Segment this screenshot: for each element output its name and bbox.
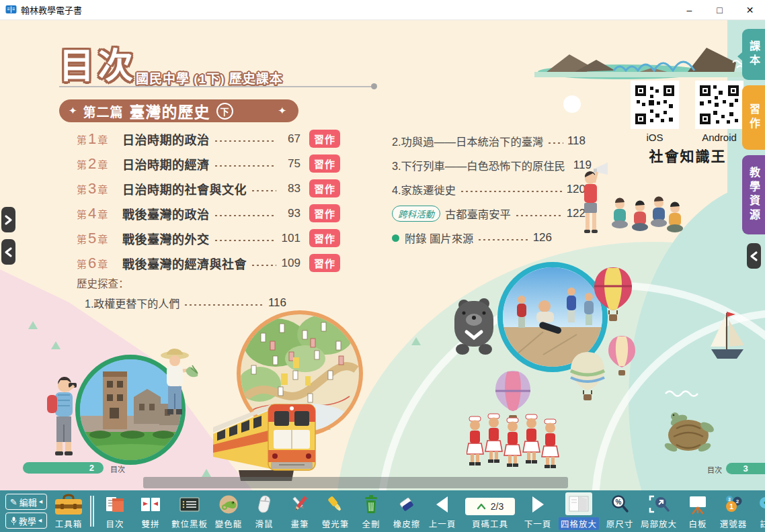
toc-chapter-row[interactable]: 第3章 日治時期的社會與文化 83 習作 [77,176,340,201]
toolbar-divider [90,496,94,527]
toc-chapter-row[interactable]: 第5章 戰後臺灣的外交 101 習作 [77,226,340,251]
workbook-badge-button[interactable]: 習作 [309,154,340,173]
right-toc-list: 2.功與過——日本統治下的臺灣 118 3.下行列車——白色恐怖下的原住民 11… [392,129,586,250]
toolbar-item-whiteboard[interactable]: 白板 [683,492,713,530]
toolbar-item-blackboard[interactable]: 數位黑板 [171,492,208,530]
toolbar-item-toc[interactable]: 目次 [100,492,130,530]
toc-entry-row[interactable]: 1.政權更替下的人們 116 [77,295,286,311]
toolbar-item-highlighter[interactable]: 螢光筆 [321,492,350,530]
workbook-badge-button[interactable]: 習作 [309,204,340,222]
horizontal-scrollbar[interactable] [143,477,568,488]
qr-code-panel: iOS Android [629,81,748,143]
train-illustration [212,391,321,484]
workbook-badge-button[interactable]: 習作 [309,229,340,247]
tab-textbook[interactable]: 課本 [742,29,765,80]
chapter-number: 第4章 [77,205,122,222]
toolbox-button[interactable]: 工具箱 [53,492,84,530]
hot-air-balloon [568,351,607,404]
window-titlebar: 翰林教學電子書 – □ ✕ [0,0,765,20]
toolbar-item-number-picker[interactable]: 321 選號器 [719,492,748,530]
chapter-number: 第1章 [77,130,122,148]
toc-entry-row[interactable]: 2.功與過——日本統治下的臺灣 118 [392,129,586,153]
chapter-page: 67 [280,132,300,146]
toolbar-item-pen[interactable]: 畫筆 [285,492,315,530]
sitting-people-illustration [610,189,683,238]
toc-chapter-row[interactable]: 第2章 日治時期的經濟 75 習作 [77,151,340,176]
page-indicator[interactable]: 2/3 [465,498,515,515]
qr-label-android: Android [702,132,737,143]
trash-icon [362,494,380,515]
megaphone-person-illustration [575,163,610,238]
toc-icon [105,494,125,515]
entry-text: 1.政權更替下的人們 [85,295,179,311]
farmer-illustration [152,347,200,423]
whiteboard-icon [688,494,708,515]
coast-bridge-illustration [534,37,743,85]
qr-code-android [695,81,743,129]
minimize-button[interactable]: – [674,0,704,19]
explore-heading: 歷史探查： [77,275,286,290]
cross-activity-row[interactable]: 跨科活動 古都臺南安平 122 [392,202,586,226]
panel-expand-button[interactable] [1,207,15,232]
svg-text:%: % [616,498,622,506]
headline-rule-dot [371,83,377,89]
toolbar-item-mouse[interactable]: 滑鼠 [249,492,279,530]
volume-badge: 下 [216,103,233,120]
maximize-button[interactable]: □ [704,0,735,19]
toc-chapter-row[interactable]: 第1章 日治時期的政治 67 習作 [77,126,340,151]
prev-page-icon [434,494,451,515]
section-banner: ✦ 第二篇 臺灣的歷史 下 ✦ [59,99,298,122]
toolbar-item-dual-page[interactable]: 雙拼 [136,492,165,530]
panel-collapse-button[interactable] [1,239,15,265]
entry-page: 116 [268,296,286,310]
side-panel-collapse-button[interactable] [747,243,761,269]
deco-triangle [411,337,421,345]
toolbox-icon [53,494,84,515]
toolbar-item-annotation[interactable]: 註釋 [754,492,765,530]
workbook-badge-button[interactable]: 習作 [309,179,340,197]
toc-chapter-row[interactable]: 第4章 戰後臺灣的政治 93 習作 [77,201,340,226]
dot-leader [214,213,276,218]
toolbar-item-delete-all[interactable]: 全刪 [356,492,386,530]
bullet-dot-icon [392,234,399,242]
appendix-row[interactable]: 附錄 圖片來源 126 [392,226,552,250]
chapter-number: 第3章 [77,180,122,197]
sea-turtle-illustration [659,408,718,458]
toolbar-item-chameleon[interactable]: 變色龍 [214,492,243,530]
toolbar-item-original-size[interactable]: % 原尺寸 [605,492,635,530]
workbook-badge-button[interactable]: 習作 [309,254,340,272]
toc-entry-row[interactable]: 3.下行列車——白色恐怖下的原住民 119 [392,153,586,177]
toolbar-item-quad-zoom[interactable]: 四格放大 [559,492,599,530]
chapter-title: 戰後臺灣的經濟與社會 [122,255,247,272]
toc-entry-row[interactable]: 4.家族遷徙史 120 [392,177,586,202]
chapter-title: 戰後臺灣的外交 [122,230,210,247]
chapter-page: 101 [280,232,300,245]
annotation-icon [758,494,765,515]
teach-mode-button[interactable]: 教學 ◀ [5,513,47,529]
toolbar-item-prev-page[interactable]: 上一頁 [428,492,457,530]
toolbar-item-next-page[interactable]: 下一頁 [523,492,553,530]
toolbar-item-eraser[interactable]: 橡皮擦 [392,492,421,530]
dual-page-icon [140,494,161,515]
dot-leader [214,163,276,169]
section-title: 臺灣的歷史 [130,99,210,122]
chapter-title: 戰後臺灣的政治 [122,205,210,222]
deco-triangle [28,321,38,329]
page-title: 目次 [59,38,137,88]
sailboat-illustration [706,309,748,368]
tab-workbook[interactable]: 習作 [742,85,765,150]
toc-chapter-row[interactable]: 第6章 戰後臺灣的經濟與社會 109 習作 [77,251,340,275]
toolbar-item-page-tool[interactable]: 2/3 頁碼工具 [463,492,517,530]
close-button[interactable]: ✕ [735,0,765,19]
svg-text:3: 3 [728,497,731,502]
entry-text: 4.家族遷徙史 [392,181,456,197]
black-bear-illustration [449,297,500,356]
qr-code-ios [631,81,679,129]
chapter-title: 日治時期的政治 [122,130,210,148]
workbook-badge-button[interactable]: 習作 [309,130,340,148]
dot-leader [515,213,563,218]
tab-resources[interactable]: 教學資源 [742,155,765,234]
svg-text:2: 2 [736,498,739,504]
edit-mode-button[interactable]: ✎ 編輯 ◀ [5,494,47,510]
toolbar-item-partial-zoom[interactable]: 局部放大 [641,492,677,530]
